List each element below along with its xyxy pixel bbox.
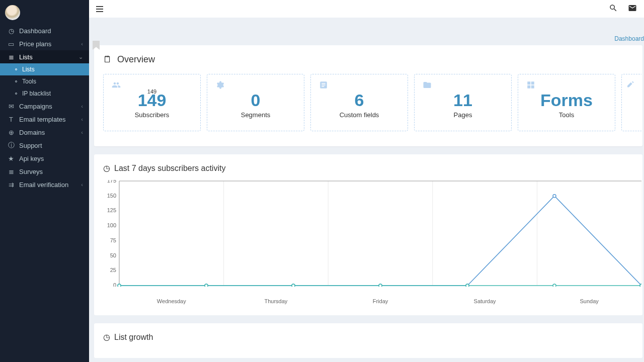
sidebar-item-api-keys[interactable]: ★ Api keys	[0, 152, 89, 165]
activity-chart: 0255075100125150175	[103, 180, 642, 296]
sidebar-item-label: Api keys	[19, 155, 44, 162]
breadcrumb[interactable]: Dashboard	[614, 35, 644, 42]
chevron-left-icon: ‹	[81, 129, 83, 135]
topbar	[89, 0, 644, 18]
svg-text:175: 175	[107, 180, 116, 184]
sidebar-subitem-ip-blacklist[interactable]: IP blacklist	[0, 87, 89, 100]
card-icon: ▭	[7, 40, 15, 48]
chevron-down-icon: ⌄	[78, 54, 83, 60]
sidebar-item-domains[interactable]: ⊕ Domains ‹	[0, 126, 89, 139]
avatar[interactable]	[5, 5, 20, 20]
card-label: Tools	[559, 111, 574, 119]
panel-title: ◷ List growth	[103, 332, 633, 342]
list-icon: ≣	[7, 168, 15, 175]
search-icon[interactable]	[609, 4, 618, 15]
list-icon: ≣	[7, 53, 15, 61]
svg-text:75: 75	[110, 237, 116, 243]
sidebar-item-label: Lists	[19, 53, 33, 61]
info-icon: ⓘ	[7, 141, 15, 150]
panel-title: 🗒 Overview	[103, 54, 642, 65]
gear-icon	[215, 80, 224, 92]
sidebar-item-surveys[interactable]: ≣ Surveys	[0, 165, 89, 178]
chevron-left-icon: ‹	[81, 41, 83, 47]
clock-icon: ◷	[7, 27, 15, 35]
sidebar-item-label: Campaigns	[19, 103, 52, 110]
sidebar-item-label: Price plans	[19, 40, 51, 48]
card-forms[interactable]: Forms Tools	[518, 74, 615, 131]
box-icon	[526, 80, 535, 92]
svg-text:25: 25	[110, 267, 116, 273]
sidebar-item-label: Domains	[19, 129, 45, 136]
svg-text:125: 125	[107, 207, 116, 213]
sidebar-item-email-templates[interactable]: T Email templates ‹	[0, 113, 89, 126]
folder-icon	[423, 80, 432, 92]
sidebar: ◷ Dashboard ▭ Price plans ‹ ≣ Lists ⌄ Li…	[0, 0, 89, 362]
card-label: Subscribers	[135, 111, 170, 119]
svg-point-26	[379, 284, 382, 287]
sidebar-item-lists[interactable]: ≣ Lists ⌄	[0, 50, 89, 63]
chevron-left-icon: ‹	[81, 182, 83, 188]
card-extra[interactable]	[621, 74, 641, 131]
sidebar-item-label: Surveys	[19, 168, 43, 175]
card-value: 0	[251, 90, 261, 110]
hammer-icon	[626, 80, 635, 92]
card-segments[interactable]: 0 Segments	[207, 74, 304, 131]
sidebar-item-label: Email verification	[19, 181, 68, 189]
svg-text:100: 100	[107, 222, 116, 228]
text-icon: T	[7, 116, 15, 123]
sidebar-subitem-tools[interactable]: Tools	[0, 75, 89, 87]
svg-point-24	[205, 284, 208, 287]
chevron-left-icon: ‹	[81, 103, 83, 109]
sidebar-item-price-plans[interactable]: ▭ Price plans ‹	[0, 37, 89, 50]
overview-cards: 149 149 Subscribers 0 Segments 6 Custom …	[103, 74, 642, 131]
globe-icon: ⊕	[7, 129, 15, 136]
menu-toggle-icon[interactable]	[96, 6, 103, 12]
svg-point-23	[118, 284, 121, 287]
sidebar-item-label: Dashboard	[19, 27, 51, 35]
share-icon: ⇉	[7, 181, 15, 189]
activity-panel: ◷ Last 7 days subscribers activity 02550…	[94, 154, 642, 315]
dot-icon	[15, 68, 17, 70]
svg-point-29	[640, 284, 641, 287]
chevron-left-icon: ‹	[81, 116, 83, 122]
clock-icon: ◷	[103, 163, 110, 173]
card-value: 6	[355, 90, 364, 110]
svg-point-21	[553, 195, 556, 198]
star-icon: ★	[7, 155, 15, 162]
card-badge: 149	[147, 88, 156, 95]
svg-text:150: 150	[107, 193, 116, 199]
card-label: Pages	[454, 111, 472, 119]
card-custom-fields[interactable]: 6 Custom fields	[310, 74, 408, 131]
sidebar-item-campaigns[interactable]: ✉ Campaigns ‹	[0, 100, 89, 113]
panel-title: ◷ Last 7 days subscribers activity	[103, 163, 642, 173]
sidebar-item-support[interactable]: ⓘ Support	[0, 139, 89, 152]
dot-icon	[15, 80, 17, 82]
card-value: Forms	[540, 90, 593, 110]
users-icon	[112, 80, 121, 92]
svg-text:50: 50	[110, 252, 116, 258]
svg-text:0: 0	[113, 282, 116, 287]
card-subscribers[interactable]: 149 149 Subscribers	[103, 74, 201, 131]
sidebar-item-label: Support	[19, 142, 42, 149]
envelope-icon: ✉	[7, 103, 15, 110]
clock-icon: ◷	[103, 332, 110, 342]
sidebar-subitem-lists[interactable]: Lists	[0, 63, 89, 75]
sidebar-item-email-verification[interactable]: ⇉ Email verification ‹	[0, 178, 89, 191]
card-value: 11	[453, 90, 472, 110]
doc-icon: 🗒	[103, 54, 112, 65]
overview-panel: 🗒 Overview 149 149 Subscribers 0 Segment…	[94, 45, 642, 146]
sidebar-item-dashboard[interactable]: ◷ Dashboard	[0, 24, 89, 37]
svg-point-27	[466, 284, 469, 287]
svg-point-25	[292, 284, 295, 287]
sidebar-subitem-label: Lists	[22, 66, 35, 73]
sidebar-subitem-label: Tools	[22, 78, 36, 85]
card-label: Custom fields	[340, 111, 379, 119]
chart-x-axis: WednesdayThursdayFridaySaturdaySunday	[119, 298, 641, 304]
sidebar-subitem-label: IP blacklist	[22, 90, 51, 97]
card-label: Segments	[241, 111, 271, 119]
envelope-icon[interactable]	[628, 4, 637, 15]
card-pages[interactable]: 11 Pages	[414, 74, 512, 131]
nav: ◷ Dashboard ▭ Price plans ‹ ≣ Lists ⌄ Li…	[0, 24, 89, 191]
bookmark-icon	[93, 41, 100, 50]
growth-panel: ◷ List growth	[94, 323, 642, 358]
